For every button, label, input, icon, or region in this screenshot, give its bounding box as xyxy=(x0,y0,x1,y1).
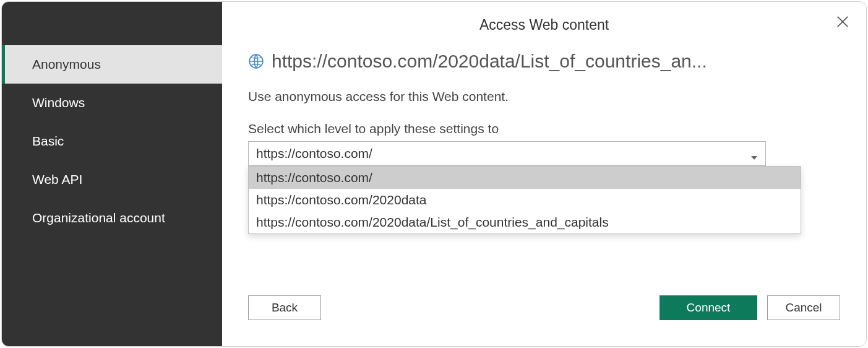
sidebar-item-windows[interactable]: Windows xyxy=(2,84,222,122)
dropdown-option-2020data[interactable]: https://contoso.com/2020data xyxy=(249,189,801,211)
dropdown-option-full-path[interactable]: https://contoso.com/2020data/List_of_cou… xyxy=(249,211,801,233)
sidebar-item-web-api[interactable]: Web API xyxy=(2,160,222,199)
sidebar-item-basic[interactable]: Basic xyxy=(2,122,222,160)
url-display: https://contoso.com/2020data/List_of_cou… xyxy=(272,51,707,72)
dropdown-option-label: https://contoso.com/ xyxy=(256,170,372,185)
globe-icon xyxy=(248,53,264,69)
main-panel: Access Web content https://contoso.com/2… xyxy=(222,2,866,346)
sidebar-item-label: Windows xyxy=(32,95,85,110)
level-select[interactable]: https://contoso.com/ https://contoso.com… xyxy=(248,141,766,166)
button-row: Back Connect Cancel xyxy=(248,295,840,320)
chevron-down-icon xyxy=(750,150,758,157)
sidebar-item-label: Anonymous xyxy=(32,57,101,71)
level-dropdown: https://contoso.com/ https://contoso.com… xyxy=(248,166,801,234)
close-icon xyxy=(834,13,851,30)
level-select-value: https://contoso.com/ xyxy=(256,146,372,161)
instruction-text: Use anonymous access for this Web conten… xyxy=(248,89,840,104)
close-button[interactable] xyxy=(834,13,851,30)
dropdown-option-label: https://contoso.com/2020data xyxy=(256,193,427,207)
sidebar-item-label: Organizational account xyxy=(32,211,165,225)
url-row: https://contoso.com/2020data/List_of_cou… xyxy=(248,51,840,72)
dialog-title: Access Web content xyxy=(248,17,840,33)
dropdown-option-root[interactable]: https://contoso.com/ xyxy=(249,167,801,189)
sidebar-item-label: Basic xyxy=(32,134,64,148)
access-web-content-dialog: Anonymous Windows Basic Web API Organiza… xyxy=(1,1,867,347)
svg-marker-4 xyxy=(751,156,757,160)
sidebar-item-label: Web API xyxy=(32,172,82,186)
auth-method-sidebar: Anonymous Windows Basic Web API Organiza… xyxy=(2,2,222,346)
sidebar-item-organizational-account[interactable]: Organizational account xyxy=(2,199,222,237)
dropdown-option-label: https://contoso.com/2020data/List_of_cou… xyxy=(256,215,609,229)
button-label: Cancel xyxy=(785,301,822,315)
cancel-button[interactable]: Cancel xyxy=(767,295,840,320)
sidebar-item-anonymous[interactable]: Anonymous xyxy=(2,45,222,84)
button-label: Connect xyxy=(687,301,731,315)
connect-button[interactable]: Connect xyxy=(660,295,757,320)
select-level-label: Select which level to apply these settin… xyxy=(248,121,840,136)
button-label: Back xyxy=(272,301,298,315)
back-button[interactable]: Back xyxy=(248,295,321,320)
